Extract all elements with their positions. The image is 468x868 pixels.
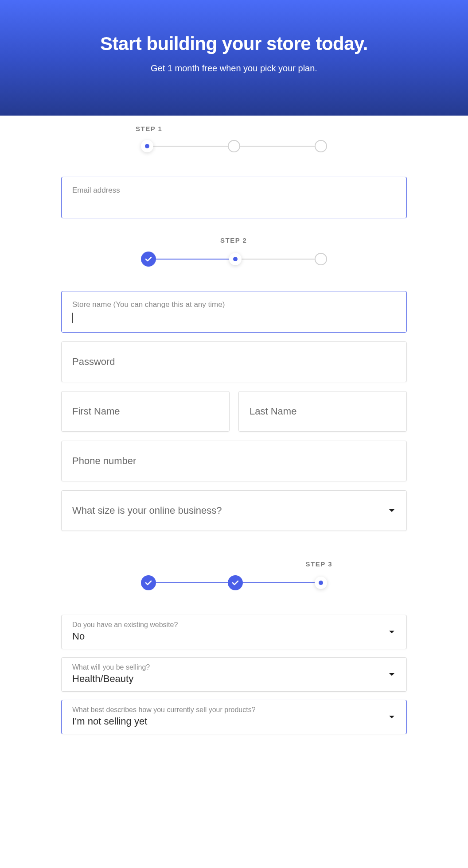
step-2-progress: STEP 2 — [61, 252, 407, 267]
selling-what-label: What will you be selling? — [72, 663, 396, 671]
step-1-label: STEP 1 — [136, 125, 162, 132]
step-3-section: STEP 3 Do you have an existing website? … — [61, 540, 407, 734]
step-3-progress: STEP 3 — [61, 575, 407, 590]
chevron-down-icon — [389, 509, 395, 512]
email-label: Email address — [72, 186, 396, 195]
password-label: Password — [72, 356, 115, 368]
step-1-section: STEP 1 Email address — [61, 116, 407, 218]
progress-line — [153, 146, 228, 147]
progress-line-done — [243, 582, 315, 583]
existing-website-value: No — [72, 631, 396, 642]
store-name-field[interactable]: Store name (You can change this at any t… — [61, 291, 407, 333]
selling-method-value: I'm not selling yet — [72, 716, 396, 727]
hero-subtitle: Get 1 month free when you pick your plan… — [9, 63, 459, 74]
business-size-select[interactable]: What size is your online business? — [61, 490, 407, 531]
hero-title: Start building your store today. — [9, 33, 459, 54]
selling-what-value: Health/Beauty — [72, 673, 396, 685]
step-2-indicator-current — [229, 253, 242, 265]
hero-banner: Start building your store today. Get 1 m… — [0, 0, 468, 116]
selling-method-label: What best describes how you currently se… — [72, 706, 396, 714]
existing-website-label: Do you have an existing website? — [72, 621, 396, 629]
business-size-label: What size is your online business? — [72, 505, 222, 516]
first-name-label: First Name — [72, 406, 120, 417]
chevron-down-icon — [389, 630, 395, 634]
phone-field[interactable]: Phone number — [61, 441, 407, 481]
check-icon — [232, 579, 239, 586]
progress-line — [242, 259, 315, 260]
check-icon — [145, 579, 152, 586]
existing-website-select[interactable]: Do you have an existing website? No — [61, 615, 407, 649]
step-1-indicator-done — [141, 575, 156, 590]
last-name-label: Last Name — [250, 406, 296, 417]
step-2-label: STEP 2 — [220, 236, 247, 244]
check-icon — [145, 256, 152, 263]
chevron-down-icon — [389, 715, 395, 719]
store-name-label: Store name (You can change this at any t… — [72, 300, 396, 309]
chevron-down-icon — [389, 673, 395, 676]
selling-what-select[interactable]: What will you be selling? Health/Beauty — [61, 657, 407, 692]
step-1-indicator-done — [141, 252, 156, 267]
step-2-section: STEP 2 Store name (You can change this a… — [61, 227, 407, 531]
last-name-field[interactable]: Last Name — [238, 391, 407, 432]
first-name-field[interactable]: First Name — [61, 391, 230, 432]
email-field[interactable]: Email address — [61, 177, 407, 218]
phone-label: Phone number — [72, 455, 136, 467]
step-1-progress: STEP 1 — [61, 140, 407, 152]
step-3-label: STEP 3 — [306, 560, 332, 568]
progress-line — [240, 146, 315, 147]
progress-line-done — [156, 582, 228, 583]
step-2-indicator — [228, 140, 240, 152]
step-3-indicator — [315, 253, 327, 265]
step-3-indicator — [315, 140, 327, 152]
step-1-indicator-current — [141, 140, 153, 152]
password-field[interactable]: Password — [61, 341, 407, 382]
step-3-indicator-current — [315, 577, 327, 589]
step-2-indicator-done — [228, 575, 243, 590]
progress-line-done — [156, 259, 229, 260]
selling-method-select[interactable]: What best describes how you currently se… — [61, 700, 407, 734]
